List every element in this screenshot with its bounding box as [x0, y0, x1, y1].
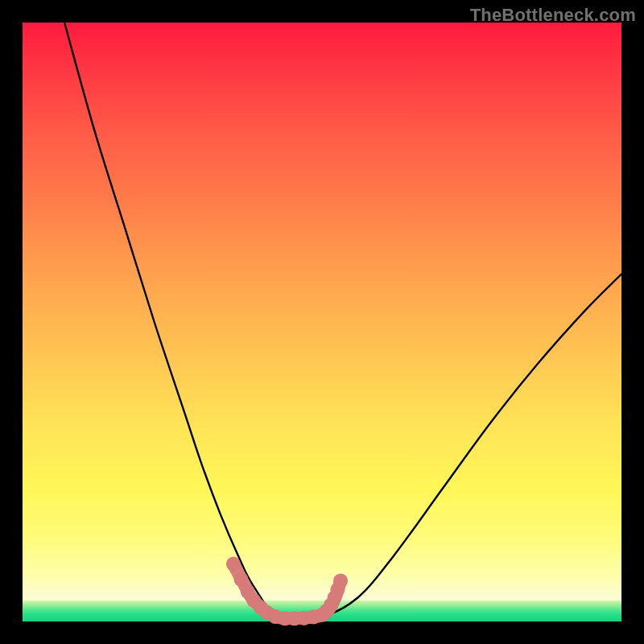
highlight-dot [333, 573, 348, 588]
plot-area [23, 23, 621, 621]
watermark-text: TheBottleneck.com [470, 5, 636, 26]
highlight-dots [226, 557, 348, 626]
curves-svg [23, 23, 621, 621]
chart-frame: TheBottleneck.com [0, 0, 644, 644]
highlight-dot [226, 557, 241, 572]
bottleneck-curve [64, 23, 621, 621]
